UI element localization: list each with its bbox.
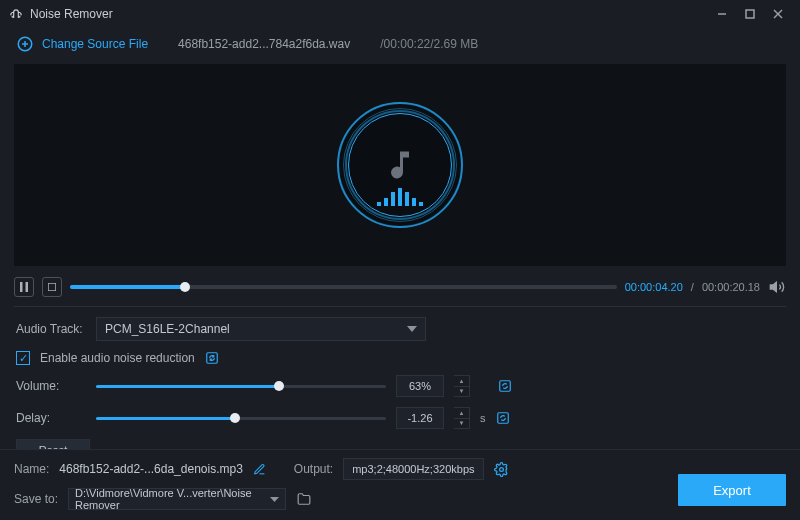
time-total: 00:00:20.18: [702, 281, 760, 293]
source-file-name: 468fb152-add2...784a2f6da.wav: [178, 37, 350, 51]
check-icon: ✓: [19, 353, 28, 364]
output-label: Output:: [294, 462, 333, 476]
svg-rect-8: [26, 282, 29, 292]
stop-button[interactable]: [42, 277, 62, 297]
saveto-value: D:\Vidmore\Vidmore V...verter\Noise Remo…: [75, 487, 270, 511]
delay-label: Delay:: [16, 411, 86, 425]
equalizer-icon: [377, 188, 423, 206]
titlebar: Noise Remover: [0, 0, 800, 28]
stepper-down-icon[interactable]: ▼: [454, 419, 469, 429]
pause-button[interactable]: [14, 277, 34, 297]
time-current: 00:00:04.20: [625, 281, 683, 293]
audio-track-value: PCM_S16LE-2Channel: [105, 322, 230, 336]
volume-sync-icon[interactable]: [498, 379, 512, 393]
volume-value[interactable]: 63%: [396, 375, 444, 397]
delay-unit: s: [480, 412, 486, 424]
stepper-down-icon[interactable]: ▼: [454, 387, 469, 397]
app-icon: [8, 6, 24, 22]
toolbar: Change Source File 468fb152-add2...784a2…: [0, 28, 800, 60]
svg-point-15: [499, 467, 503, 471]
preview-area: [14, 64, 786, 266]
app-title: Noise Remover: [30, 7, 113, 21]
svg-rect-12: [207, 353, 218, 364]
change-source-button[interactable]: Change Source File: [16, 35, 148, 53]
volume-label: Volume:: [16, 379, 86, 393]
enable-noise-checkbox[interactable]: ✓: [16, 351, 30, 365]
audio-track-select[interactable]: PCM_S16LE-2Channel: [96, 317, 426, 341]
maximize-button[interactable]: [736, 0, 764, 28]
output-value: mp3;2;48000Hz;320kbps: [343, 458, 483, 480]
name-label: Name:: [14, 462, 49, 476]
plus-circle-icon: [16, 35, 34, 53]
svg-rect-7: [20, 282, 23, 292]
playback-controls: 00:00:04.20/00:00:20.18: [14, 272, 786, 302]
timeline-slider[interactable]: [70, 285, 617, 289]
svg-marker-11: [407, 326, 417, 332]
volume-stepper[interactable]: ▲▼: [454, 375, 470, 397]
delay-slider[interactable]: [96, 417, 386, 420]
close-button[interactable]: [764, 0, 792, 28]
volume-slider[interactable]: [96, 385, 386, 388]
saveto-select[interactable]: D:\Vidmore\Vidmore V...verter\Noise Remo…: [68, 488, 286, 510]
svg-rect-9: [48, 283, 56, 291]
svg-marker-10: [770, 282, 776, 291]
footer: Name: 468fb152-add2-...6da_denois.mp3 Ou…: [0, 449, 800, 520]
chevron-down-icon: [270, 497, 279, 502]
gear-icon[interactable]: [494, 462, 509, 477]
folder-icon[interactable]: [296, 492, 312, 506]
settings-panel: Audio Track: PCM_S16LE-2Channel ✓ Enable…: [0, 307, 800, 465]
svg-rect-13: [500, 381, 511, 392]
audio-disc: [337, 102, 463, 228]
delay-sync-icon[interactable]: [496, 411, 510, 425]
stepper-up-icon[interactable]: ▲: [454, 376, 469, 387]
source-file-meta: /00:00:22/2.69 MB: [380, 37, 478, 51]
svg-marker-16: [270, 497, 279, 502]
minimize-button[interactable]: [708, 0, 736, 28]
svg-rect-1: [746, 10, 754, 18]
enable-noise-label: Enable audio noise reduction: [40, 351, 195, 365]
name-value: 468fb152-add2-...6da_denois.mp3: [59, 462, 242, 476]
saveto-label: Save to:: [14, 492, 58, 506]
delay-stepper[interactable]: ▲▼: [454, 407, 470, 429]
time-sep: /: [691, 281, 694, 293]
edit-icon[interactable]: [253, 463, 266, 476]
chevron-down-icon: [407, 326, 417, 332]
audio-track-label: Audio Track:: [16, 322, 86, 336]
export-button[interactable]: Export: [678, 474, 786, 506]
volume-icon[interactable]: [768, 279, 786, 295]
svg-rect-14: [497, 413, 508, 424]
delay-value[interactable]: -1.26: [396, 407, 444, 429]
change-source-label: Change Source File: [42, 37, 148, 51]
sync-icon[interactable]: [205, 351, 219, 365]
stepper-up-icon[interactable]: ▲: [454, 408, 469, 419]
